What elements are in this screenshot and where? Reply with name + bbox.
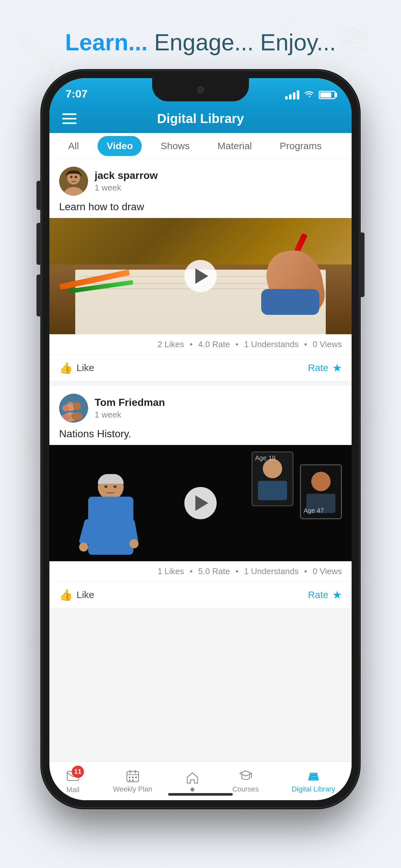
post-author-2: Tom Friedman [95,397,165,408]
views-2: 0 Views [312,566,342,576]
courses-icon [239,769,253,783]
rate-button-1[interactable]: Rate ★ [308,361,342,374]
svg-rect-15 [355,581,381,614]
views-1: 0 Views [312,339,342,349]
like-label-1: Like [76,362,94,373]
nav-item-weekly-plan[interactable]: Weekly Plan [113,769,152,794]
tab-all[interactable]: All [59,136,88,156]
post-actions-1: 👍 Like Rate ★ [50,355,351,381]
post-header-1: jack sparrow 1 week [50,159,351,201]
battery-icon [319,91,335,99]
mail-badge: 11 [72,766,84,778]
star-icon-1: ★ [332,361,342,374]
post-thumbnail-1[interactable] [50,218,351,334]
home-dot [190,787,194,792]
like-button-1[interactable]: 👍 Like [59,361,94,374]
calendar-icon [126,769,140,783]
post-title-2: Nations History. [50,428,351,445]
status-time: 7:07 [66,88,88,100]
home-indicator [168,793,233,796]
svg-point-27 [61,414,70,421]
nav-item-home[interactable] [185,771,199,792]
svg-rect-12 [10,161,29,187]
rate-stat-1: 4.0 Rate [198,339,230,349]
svg-rect-13 [371,194,388,216]
rate-stat-2: 5.0 Rate [198,566,230,576]
svg-rect-36 [129,779,130,781]
post-stats-2: 1 Likes • 5.0 Rate • 1 Understands • 0 V… [50,561,351,582]
nav-item-mail[interactable]: 11 Mail [66,768,80,794]
nav-item-digital-library[interactable]: Digital Library [292,769,335,794]
phone-button-volume-silent [36,181,42,210]
svg-point-19 [70,176,73,178]
svg-rect-34 [132,777,134,778]
post-author-1: jack sparrow [95,169,158,182]
nav-item-courses[interactable]: Courses [233,769,259,794]
rate-label-1: Rate [308,362,328,373]
filter-tabs: All Video Shows Material Programs [50,133,351,159]
post-meta-2: Tom Friedman 1 week [95,397,165,420]
nav-label-weekly-plan: Weekly Plan [113,785,152,794]
svg-point-23 [73,402,81,410]
post-thumbnail-2[interactable]: Age 19 Age 47 [50,445,351,561]
tab-programs[interactable]: Programs [271,136,331,156]
nav-label-mail: Mail [66,786,80,794]
tab-video[interactable]: Video [97,136,142,156]
rate-label-2: Rate [308,589,328,600]
likes-count-1: 2 Likes [158,339,184,349]
phone-device: 7:07 [42,71,359,807]
tab-shows[interactable]: Shows [151,136,198,156]
likes-count-2: 1 Likes [158,566,184,576]
phone-button-power [359,232,365,297]
play-button-1[interactable] [184,260,217,292]
post-time-2: 1 week [95,410,165,420]
thumbs-up-icon-2: 👍 [59,588,73,601]
svg-point-24 [62,405,69,411]
svg-rect-37 [132,779,134,781]
svg-text:ABC: ABC [355,402,395,424]
status-icons [285,89,335,100]
nav-label-courses: Courses [233,785,259,794]
post-card-1: jack sparrow 1 week Learn how to draw [50,159,351,381]
page-title: Digital Library [157,112,244,126]
phone-screen: 7:07 [50,78,351,800]
post-title-1: Learn how to draw [50,201,351,218]
post-actions-2: 👍 Like Rate ★ [50,582,351,608]
tagline: Learn... Engage... Enjoy... [0,29,401,56]
svg-point-20 [74,176,77,178]
understands-1: 1 Understands [244,339,299,349]
understands-2: 1 Understands [244,566,299,576]
app-header: Digital Library [50,104,351,133]
tagline-learn: Learn... [65,29,148,55]
thumbs-up-icon: 👍 [59,361,73,374]
digital-library-icon [306,769,320,783]
star-icon-2: ★ [332,588,342,601]
post-meta-1: jack sparrow 1 week [95,169,158,193]
post-stats-1: 2 Likes • 4.0 Rate • 1 Understands • 0 V… [50,334,351,355]
tab-material[interactable]: Material [209,136,261,156]
like-label-2: Like [76,589,94,600]
home-icon [185,771,199,785]
age-label-47: Age 47 [304,507,324,515]
phone-button-volume-up [36,223,42,265]
svg-point-26 [71,412,83,420]
post-header-2: Tom Friedman 1 week [50,386,351,428]
avatar-tom [59,394,88,423]
play-button-2[interactable] [184,487,217,519]
content-area[interactable]: jack sparrow 1 week Learn how to draw [50,159,351,762]
avatar-jack [59,166,88,196]
front-camera [197,86,204,93]
post-time-1: 1 week [95,183,158,193]
rate-button-2[interactable]: Rate ★ [308,588,342,601]
svg-rect-35 [135,777,137,778]
tagline-rest: Engage... Enjoy... [148,29,336,55]
age-label-19: Age 19 [255,454,275,462]
nav-label-digital-library: Digital Library [292,785,335,794]
svg-rect-33 [129,777,130,778]
wifi-icon [304,89,314,100]
notch [152,78,249,101]
hamburger-menu-button[interactable] [62,113,76,124]
post-card-2: Tom Friedman 1 week Nations History. [50,386,351,608]
phone-button-volume-down [36,275,42,316]
like-button-2[interactable]: 👍 Like [59,588,94,601]
